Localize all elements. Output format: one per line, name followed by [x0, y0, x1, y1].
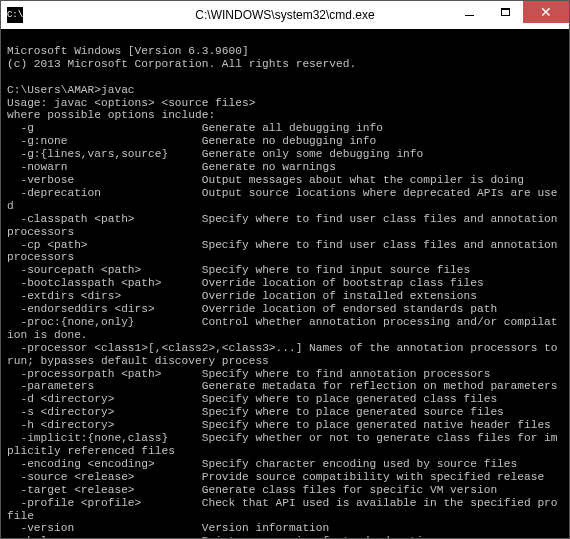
window-title: C:\WINDOWS\system32\cmd.exe — [195, 8, 374, 22]
close-icon: ✕ — [540, 5, 552, 19]
terminal-line — [7, 32, 563, 45]
terminal-line: -target <release> Generate class files f… — [7, 484, 563, 497]
cmd-icon: C:\ — [7, 7, 23, 23]
terminal-line: -encoding <encoding> Specify character e… — [7, 458, 563, 471]
terminal-line: Microsoft Windows [Version 6.3.9600] — [7, 45, 563, 58]
terminal-line: C:\Users\AMAR>javac — [7, 84, 563, 97]
terminal-line: -profile <profile> Check that API used i… — [7, 497, 563, 523]
close-button[interactable]: ✕ — [523, 1, 569, 23]
terminal-line: -s <directory> Specify where to place ge… — [7, 406, 563, 419]
terminal-line: where possible options include: — [7, 109, 563, 122]
terminal-line: Usage: javac <options> <source files> — [7, 97, 563, 110]
terminal-line: -processorpath <path> Specify where to f… — [7, 368, 563, 381]
terminal-line: -verbose Output messages about what the … — [7, 174, 563, 187]
maximize-button[interactable] — [487, 1, 523, 23]
terminal-line: -parameters Generate metadata for reflec… — [7, 380, 563, 393]
minimize-icon — [465, 15, 474, 16]
terminal-line: -sourcepath <path> Specify where to find… — [7, 264, 563, 277]
titlebar[interactable]: C:\ C:\WINDOWS\system32\cmd.exe ✕ — [1, 1, 569, 29]
terminal-output[interactable]: Microsoft Windows [Version 6.3.9600](c) … — [1, 29, 569, 538]
terminal-line: -version Version information — [7, 522, 563, 535]
cmd-icon-glyph: C:\ — [7, 11, 23, 20]
terminal-line: -endorseddirs <dirs> Override location o… — [7, 303, 563, 316]
terminal-line — [7, 71, 563, 84]
terminal-line: -nowarn Generate no warnings — [7, 161, 563, 174]
terminal-line: -implicit:{none,class} Specify whether o… — [7, 432, 563, 458]
terminal-line: -h <directory> Specify where to place ge… — [7, 419, 563, 432]
terminal-line: -source <release> Provide source compati… — [7, 471, 563, 484]
cmd-window: C:\ C:\WINDOWS\system32\cmd.exe ✕ Micros… — [0, 0, 570, 539]
terminal-line: -proc:{none,only} Control whether annota… — [7, 316, 563, 342]
window-controls: ✕ — [451, 1, 569, 29]
terminal-line: -extdirs <dirs> Override location of ins… — [7, 290, 563, 303]
maximize-icon — [501, 8, 510, 16]
terminal-line: -bootclasspath <path> Override location … — [7, 277, 563, 290]
minimize-button[interactable] — [451, 1, 487, 23]
terminal-line: -processor <class1>[,<class2>,<class3>..… — [7, 342, 563, 368]
terminal-line: -classpath <path> Specify where to find … — [7, 213, 563, 239]
terminal-line: -cp <path> Specify where to find user cl… — [7, 239, 563, 265]
terminal-line: -deprecation Output source locations whe… — [7, 187, 563, 213]
terminal-line: -g Generate all debugging info — [7, 122, 563, 135]
terminal-line: -g:{lines,vars,source} Generate only som… — [7, 148, 563, 161]
terminal-line: -d <directory> Specify where to place ge… — [7, 393, 563, 406]
terminal-line: (c) 2013 Microsoft Corporation. All righ… — [7, 58, 563, 71]
terminal-line: -g:none Generate no debugging info — [7, 135, 563, 148]
terminal-line: -help Print a synopsis of standard optio… — [7, 535, 563, 538]
